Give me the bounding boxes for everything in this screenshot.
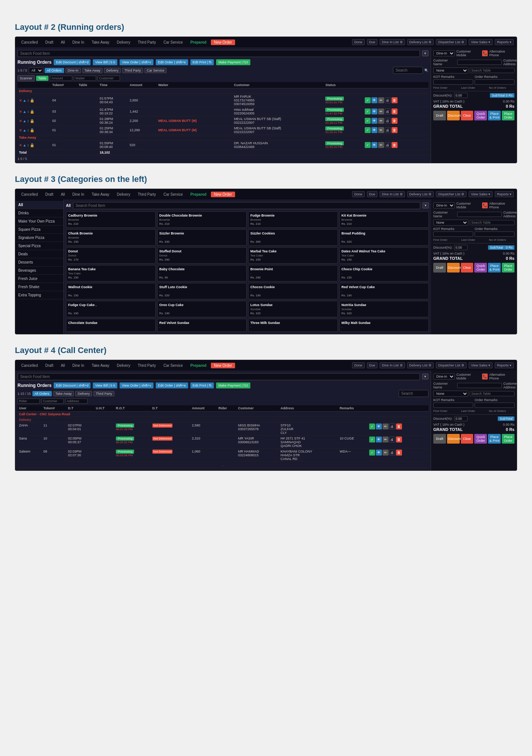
l4-btn-edit-print[interactable]: Edit Print | f5 bbox=[190, 382, 214, 388]
nav-done[interactable]: Done bbox=[352, 39, 365, 45]
nav-car-service[interactable]: Car Service bbox=[161, 40, 186, 45]
l3-kot-input[interactable] bbox=[433, 231, 473, 237]
btn-clear[interactable]: Clear bbox=[461, 111, 474, 120]
l3-nav-third-party[interactable]: Third Party bbox=[135, 192, 159, 197]
product-card[interactable]: Wallnut Cookie - Rs. 150 bbox=[66, 283, 156, 299]
cat-fresh-shake[interactable]: Fresh Shake bbox=[15, 283, 63, 291]
nav-reports[interactable]: Reports ▾ bbox=[495, 39, 514, 45]
cc-edit-icon[interactable]: ✏ bbox=[383, 423, 389, 429]
l3-nav-car-service[interactable]: Car Service bbox=[161, 192, 186, 197]
cat-fresh-juice[interactable]: Fresh Juice bbox=[15, 275, 63, 283]
l4-search-table-input[interactable] bbox=[399, 390, 428, 397]
l4-btn-edit-discount[interactable]: Edit Discount | shift+d bbox=[54, 382, 91, 388]
l3-search-input[interactable] bbox=[73, 202, 420, 209]
l4-btn-view-order[interactable]: View Order | shift+v bbox=[120, 382, 153, 388]
nav-prepared[interactable]: Prepared bbox=[187, 40, 209, 45]
check-icon[interactable]: ✓ bbox=[365, 118, 371, 124]
product-card-fudge-cup-cake[interactable]: Fudge Cup Cake . - Rs. 190 bbox=[66, 301, 156, 317]
btn-edit-discount[interactable]: Edit Discount | shift+d bbox=[54, 59, 91, 65]
l4-phone-icon[interactable]: 📞 bbox=[482, 374, 488, 379]
l4-btn-quick-order[interactable]: Quick Order bbox=[474, 434, 487, 444]
row-edit-icon[interactable]: ↕ bbox=[27, 119, 29, 123]
print-icon[interactable]: 🖨 bbox=[385, 142, 391, 148]
filter-select[interactable]: All bbox=[29, 67, 43, 73]
cat-special-pizza[interactable]: Special Pizza bbox=[15, 242, 63, 250]
l4-nav-delivery[interactable]: Delivery bbox=[114, 363, 133, 368]
print-icon[interactable]: 🖨 bbox=[385, 127, 391, 133]
discount-input[interactable] bbox=[454, 93, 468, 98]
l4-btn-edit-order[interactable]: Edit Order | shift+e bbox=[156, 382, 188, 388]
scanner-btn[interactable]: Scanner bbox=[18, 75, 35, 81]
l3-btn-place-print[interactable]: Place & Print bbox=[488, 263, 501, 273]
l3-nav-cancelled[interactable]: Cancelled bbox=[18, 192, 41, 197]
view-icon[interactable]: 👁 bbox=[371, 127, 377, 133]
row-move-icon[interactable]: ▲ bbox=[23, 110, 26, 114]
row-lock-icon[interactable]: 🔒 bbox=[30, 143, 34, 147]
nav-delivery-list[interactable]: Delivery List ⚙ bbox=[407, 39, 434, 45]
l4-discount-input[interactable] bbox=[454, 416, 468, 421]
print-icon[interactable]: 🖨 bbox=[385, 118, 391, 124]
l3-nav-dine-in-list[interactable]: Dine In List ⚙ bbox=[380, 191, 405, 197]
l3-phone-icon[interactable]: 📞 bbox=[482, 202, 488, 208]
product-card[interactable]: Fudge Brownie Brownie Rs. 210 bbox=[248, 211, 338, 228]
table-row[interactable]: ✕ ▲ ↕ 🔒 01 01:55PM00:08:40 520 DR. bbox=[18, 141, 428, 150]
filter-all-orders[interactable]: All Orders bbox=[45, 68, 64, 73]
l3-nav-draft[interactable]: Draft bbox=[42, 192, 56, 197]
row-move-icon[interactable]: ▲ bbox=[23, 119, 26, 123]
product-card[interactable]: Choco Chip Cookie - Rs. 150 bbox=[339, 265, 429, 281]
row-x-icon[interactable]: ✕ bbox=[19, 143, 22, 147]
view-icon[interactable]: 👁 bbox=[371, 142, 377, 148]
filter-delivery[interactable]: Delivery bbox=[104, 68, 121, 73]
l3-nav-dispatcher[interactable]: Dispatcher List ⚙ bbox=[436, 191, 466, 197]
dine-in-select[interactable]: Dine-In bbox=[433, 50, 455, 56]
btn-edit-print[interactable]: Edit Print | f5 bbox=[190, 59, 214, 65]
row-edit-icon[interactable]: ↕ bbox=[27, 110, 29, 114]
btn-draft[interactable]: Draft bbox=[433, 111, 446, 120]
row-lock-icon[interactable]: 🔒 bbox=[30, 119, 34, 123]
nav-delivery[interactable]: Delivery bbox=[114, 40, 133, 45]
l4-nav-car-service[interactable]: Car Service bbox=[161, 363, 186, 368]
table-row[interactable]: ✕ ▲ ↕ 🔒 04 01:57PM00:04:43 2,650 M bbox=[18, 94, 428, 107]
l3-none-select[interactable]: None bbox=[433, 220, 468, 226]
cc-delete-icon[interactable]: 🗑 bbox=[396, 450, 402, 456]
row-lock-icon[interactable]: 🔒 bbox=[30, 110, 34, 114]
cat-extra-topping[interactable]: Extra Topping bbox=[15, 291, 63, 299]
row-x-icon[interactable]: ✕ bbox=[19, 119, 22, 123]
l4-nav-all[interactable]: All bbox=[58, 363, 68, 368]
edit-icon2[interactable]: ✏ bbox=[378, 118, 384, 124]
l4-nav-take-away[interactable]: Take Away bbox=[89, 363, 113, 368]
edit-icon2[interactable]: ✏ bbox=[378, 127, 384, 133]
cat-signature-pizza[interactable]: Signature Pizza bbox=[15, 234, 63, 242]
delete-icon[interactable]: 🗑 bbox=[392, 127, 398, 133]
l4-nav-due[interactable]: Due bbox=[367, 362, 378, 368]
l4-btn-place-order[interactable]: Place Order bbox=[502, 434, 514, 444]
l3-nav-reports[interactable]: Reports ▾ bbox=[495, 191, 514, 197]
btn-view-bill[interactable]: View Bill | b b bbox=[93, 59, 117, 65]
l4-btn-place-print[interactable]: Place & Print bbox=[488, 434, 501, 444]
edit-icon2[interactable]: ✏ bbox=[378, 142, 384, 148]
row-lock-icon[interactable]: 🔒 bbox=[30, 98, 34, 103]
l4-nav-dine-in-list[interactable]: Dine In List ⚙ bbox=[380, 362, 405, 368]
cat-make-your-own-pizza[interactable]: Make Your Own Pizza bbox=[15, 217, 63, 226]
row-edit-icon[interactable]: ↕ bbox=[27, 128, 29, 132]
l4-nav-cancelled[interactable]: Cancelled bbox=[18, 363, 41, 368]
l3-nav-prepared[interactable]: Prepared bbox=[187, 192, 209, 197]
l3-btn-clear[interactable]: Clear bbox=[461, 263, 474, 273]
product-card[interactable]: Three Milk Sundae - bbox=[248, 319, 338, 332]
btn-make-payment[interactable]: Make Payment | f10 bbox=[216, 59, 250, 65]
product-card[interactable]: Stuffed Donut Donut Rs. 290 bbox=[157, 247, 247, 264]
cat-deals[interactable]: Deals bbox=[15, 250, 63, 258]
kot-input[interactable] bbox=[433, 79, 473, 85]
l3-nav-new-order[interactable]: New Order bbox=[211, 192, 235, 197]
l4-nav-draft[interactable]: Draft bbox=[42, 363, 56, 368]
row-lock-icon[interactable]: 🔒 bbox=[30, 128, 34, 132]
customer-input[interactable] bbox=[98, 76, 120, 81]
nav-third-party[interactable]: Third Party bbox=[135, 40, 159, 45]
product-card[interactable]: Lotus Sundae Sundae Rs. 320 bbox=[248, 301, 338, 317]
l4-address-input[interactable] bbox=[65, 399, 88, 404]
customer-name-input[interactable] bbox=[457, 60, 502, 65]
l4-filter-all[interactable]: All Orders bbox=[32, 391, 52, 396]
l3-nav-due[interactable]: Due bbox=[367, 191, 378, 197]
cc-check-icon[interactable]: ✓ bbox=[369, 437, 375, 442]
product-card[interactable]: Chocolate Sundae - bbox=[66, 319, 156, 332]
